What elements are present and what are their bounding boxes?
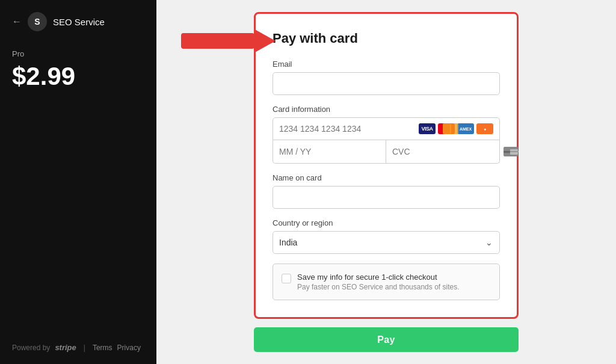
form-title: Pay with card xyxy=(273,31,500,46)
discover-icon: ● xyxy=(476,123,493,134)
name-input[interactable] xyxy=(273,186,500,209)
visa-icon: VISA xyxy=(419,123,436,134)
amex-icon: AMEX xyxy=(457,123,474,134)
cvc-row xyxy=(386,140,499,163)
footer-left: Powered by stripe | Terms Privacy xyxy=(12,343,141,352)
service-icon: S xyxy=(28,12,47,31)
stripe-logo: stripe xyxy=(55,343,76,352)
name-label: Name on card xyxy=(273,173,500,182)
svg-rect-1 xyxy=(182,34,254,48)
left-panel: ← S SEO Service Pro $2.99 Powered by str… xyxy=(0,0,156,364)
country-select-wrapper: India United States United Kingdom Canad… xyxy=(273,231,500,254)
powered-by-label: Powered by xyxy=(12,344,50,352)
pay-button[interactable]: Pay xyxy=(254,327,519,352)
plan-info: Pro $2.99 xyxy=(12,49,144,91)
card-expiry-cvc-row xyxy=(273,140,500,164)
terms-link[interactable]: Terms xyxy=(93,344,112,352)
footer-divider: | xyxy=(84,344,85,352)
card-info-label: Card information xyxy=(273,105,500,114)
card-form-wrapper: Pay with card Email Card information VIS… xyxy=(254,12,519,319)
back-arrow-icon[interactable]: ← xyxy=(12,16,22,27)
service-name: SEO Service xyxy=(53,17,105,27)
save-info-text: Save my info for secure 1-click checkout… xyxy=(297,273,459,291)
card-icons: VISA AMEX ● xyxy=(419,123,493,134)
card-info-section: VISA AMEX ● xyxy=(273,117,500,164)
save-sub-text: Pay faster on SEO Service and thousands … xyxy=(297,283,459,291)
right-panel: Pay with card Email Card information VIS… xyxy=(156,0,616,364)
country-select[interactable]: India United States United Kingdom Canad… xyxy=(273,231,500,254)
card-number-row: VISA AMEX ● xyxy=(273,117,500,140)
cvc-input[interactable] xyxy=(386,140,504,163)
plan-label: Pro xyxy=(12,49,144,58)
email-label: Email xyxy=(273,60,500,69)
back-nav: ← S SEO Service xyxy=(12,12,144,31)
cvc-card-icon xyxy=(504,147,518,156)
privacy-link[interactable]: Privacy xyxy=(117,344,141,352)
card-number-input[interactable] xyxy=(279,124,419,134)
save-info-checkbox[interactable] xyxy=(282,274,291,283)
plan-price: $2.99 xyxy=(12,62,144,91)
expiry-input[interactable] xyxy=(273,140,386,163)
country-label: Country or region xyxy=(273,218,500,227)
mastercard-icon xyxy=(438,123,455,134)
save-main-text: Save my info for secure 1-click checkout xyxy=(297,273,459,282)
save-info-row: Save my info for secure 1-click checkout… xyxy=(273,264,500,300)
email-input[interactable] xyxy=(273,72,500,95)
